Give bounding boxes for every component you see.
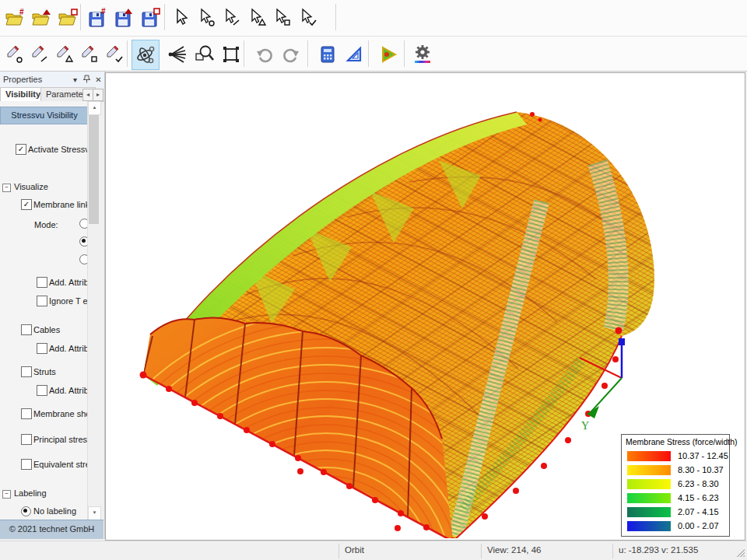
cursor-icon xyxy=(171,8,191,28)
gear-colors-icon xyxy=(412,44,433,65)
open-hash-button[interactable]: # xyxy=(2,3,28,32)
legend-range: 4.15 - 6.23 xyxy=(678,493,719,502)
select-point-button[interactable] xyxy=(194,3,220,32)
select-check-button[interactable] xyxy=(295,3,321,32)
legend-row: 2.07 - 4.15 xyxy=(622,507,729,518)
legend-row: 10.37 - 12.45 xyxy=(622,451,729,462)
ignore-t-checkbox[interactable] xyxy=(37,296,47,306)
pencil-check-icon xyxy=(104,44,124,65)
toolbar-separator xyxy=(335,4,336,30)
orbit-button[interactable] xyxy=(132,40,160,70)
mode-radio-2[interactable] xyxy=(79,236,87,247)
status-separator xyxy=(612,544,613,558)
status-mode: Orbit xyxy=(345,545,364,555)
toolbar-separator xyxy=(80,4,81,30)
toolbar-separator xyxy=(127,40,128,67)
add-attrib-checkbox-1[interactable] xyxy=(37,277,47,288)
select-square-button[interactable] xyxy=(269,3,296,32)
add-attrib-label-3: Add. Attrib. xyxy=(49,386,87,395)
save-square-icon xyxy=(139,8,161,28)
add-attrib-checkbox-2[interactable] xyxy=(37,343,47,354)
set-square-button[interactable] xyxy=(341,40,367,68)
mode-radio-3[interactable] xyxy=(79,254,87,264)
draw-check-button[interactable] xyxy=(101,40,128,68)
calculator-button[interactable] xyxy=(314,40,341,68)
principal-stresses-label: Principal stresse xyxy=(33,435,87,444)
cursor-circle-icon xyxy=(197,8,217,28)
scroll-up-icon[interactable]: ▲ xyxy=(88,101,101,115)
legend-swatch xyxy=(627,507,671,517)
close-icon[interactable]: ✕ xyxy=(93,75,103,85)
add-attrib-checkbox-3[interactable] xyxy=(37,385,47,396)
redo-button[interactable] xyxy=(278,40,304,68)
resize-grip[interactable] xyxy=(735,548,745,557)
no-labeling-radio[interactable] xyxy=(21,506,31,516)
membrane-shear-checkbox[interactable] xyxy=(21,408,32,419)
struts-checkbox[interactable] xyxy=(21,366,32,377)
zoom-window-button[interactable] xyxy=(191,40,218,68)
legend-swatch xyxy=(627,465,671,475)
pin-icon[interactable] xyxy=(82,75,92,85)
cursor-check-icon xyxy=(298,8,318,28)
panel-title: Properties xyxy=(3,75,42,84)
save-triangle-button[interactable] xyxy=(110,3,137,32)
select-triangle-button[interactable] xyxy=(244,3,271,32)
save-square-button[interactable] xyxy=(137,3,163,32)
draw-line-button[interactable] xyxy=(26,40,53,68)
cursor-triangle-icon xyxy=(247,8,268,28)
legend-row: 6.23 - 8.30 xyxy=(622,479,729,490)
cables-checkbox[interactable] xyxy=(21,324,32,335)
labeling-expander[interactable]: − xyxy=(2,490,11,499)
toolbar-separator xyxy=(164,4,165,30)
pencil-slash-icon xyxy=(30,44,50,65)
toolbar-separator xyxy=(404,40,405,67)
save-hash-button[interactable]: # xyxy=(84,3,110,32)
zoom-extents-button[interactable] xyxy=(218,40,244,68)
tab-scroll-right-icon[interactable]: ▸ xyxy=(93,89,103,101)
y-axis-label: Y xyxy=(581,420,589,432)
open-triangle-button[interactable] xyxy=(28,3,54,32)
scrollbar-thumb[interactable] xyxy=(89,115,99,224)
mode-radio-1[interactable] xyxy=(79,219,87,229)
settings-button[interactable] xyxy=(409,40,436,68)
undo-icon xyxy=(254,44,275,65)
run-button[interactable] xyxy=(375,40,402,68)
select-line-button[interactable] xyxy=(219,3,245,32)
orbit-icon xyxy=(135,44,156,66)
toolbar-separator xyxy=(244,40,244,67)
cables-label: Cables xyxy=(33,325,60,334)
panel-scrollbar[interactable]: ▲ ▼ xyxy=(87,101,100,520)
legend-range: 10.37 - 12.45 xyxy=(678,451,728,460)
equivalent-stress-checkbox[interactable] xyxy=(21,459,32,470)
principal-stresses-checkbox[interactable] xyxy=(21,434,32,445)
membrane-links-checkbox[interactable]: ✓ xyxy=(21,199,32,210)
draw-triangle-button[interactable] xyxy=(51,40,78,68)
activate-stressvu-checkbox[interactable]: ✓ xyxy=(16,144,26,155)
status-view: View: 214, 46 xyxy=(487,545,541,555)
labeling-section-label: Labeling xyxy=(14,488,47,498)
folder-open-triangle-icon xyxy=(30,8,52,28)
scroll-down-icon[interactable]: ▼ xyxy=(88,506,101,520)
rays-button[interactable] xyxy=(164,40,191,68)
struts-label: Struts xyxy=(33,367,56,376)
draw-square-button[interactable] xyxy=(76,40,103,68)
visualize-expander[interactable]: − xyxy=(2,184,11,192)
select-button[interactable] xyxy=(168,3,195,32)
panel-tabs: Visibility Parameters ◂ ▸ xyxy=(0,87,104,102)
draw-point-button[interactable] xyxy=(2,40,28,68)
status-bar: Orbit View: 214, 46 u: -18.293 v: 21.535 xyxy=(0,541,747,560)
viewport-3d[interactable]: Y Membrane Stress (force/width) 10.37 - … xyxy=(105,72,745,541)
toolbar-tools xyxy=(0,37,747,72)
open-square-button[interactable] xyxy=(54,3,81,32)
tab-visibility[interactable]: Visibility xyxy=(0,87,46,102)
undo-button[interactable] xyxy=(251,40,278,68)
panel-menu-icon[interactable]: ▾ xyxy=(70,75,80,85)
panel-content: Stressvu Visibility ✓ Activate Stressvu … xyxy=(0,101,87,520)
tab-scroll-left-icon[interactable]: ◂ xyxy=(82,89,93,101)
redo-icon xyxy=(281,44,301,65)
zoom-window-icon xyxy=(194,44,216,65)
toolbar-separator xyxy=(307,40,308,67)
legend-range: 8.30 - 10.37 xyxy=(678,465,724,474)
equivalent-stress-label: Equivalent stress xyxy=(33,460,87,469)
stressvu-visibility-header: Stressvu Visibility xyxy=(0,107,87,124)
